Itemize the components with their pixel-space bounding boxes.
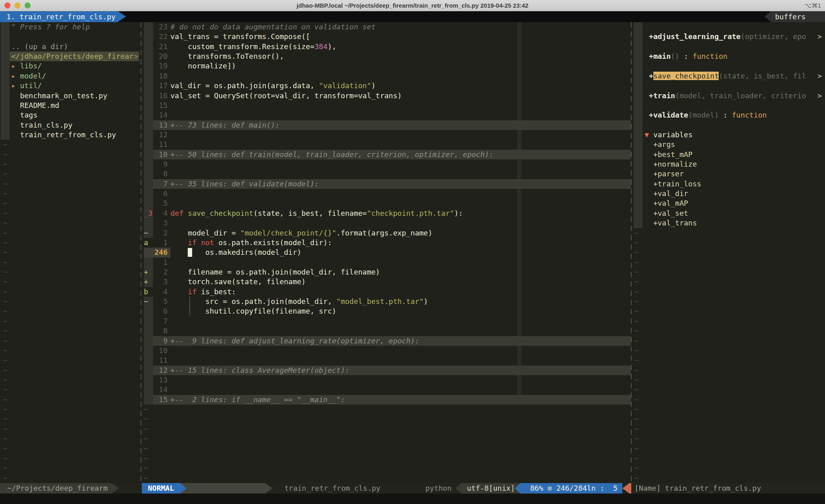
- tag-val-dir[interactable]: +val_dir: [632, 189, 825, 198]
- kind-variables[interactable]: ▼ variables: [632, 130, 825, 140]
- fold-line[interactable]: 10+-- 50 lines: def train(model, train_l…: [142, 150, 631, 159]
- empty-line: ~: [632, 385, 825, 395]
- tag-validate[interactable]: +validate(model) : function: [632, 110, 825, 120]
- tag-val-mAP[interactable]: +val_mAP: [632, 198, 825, 208]
- code-line[interactable]: 22val_trans = transforms.Compose([: [142, 32, 631, 41]
- code-line[interactable]: b4 if is_best:: [142, 287, 631, 297]
- code-line[interactable]: 14: [142, 110, 631, 120]
- line-number: 8: [153, 169, 168, 179]
- empty-line: ~: [632, 375, 825, 385]
- empty-line: ~: [0, 473, 141, 483]
- code-line[interactable]: 23# do not do data augmentation on valid…: [142, 22, 631, 32]
- code-line[interactable]: 7: [142, 316, 631, 326]
- line-number: 15: [153, 395, 168, 405]
- tag-adjust-learning-rate[interactable]: +adjust_learning_rate(optimizer, epo>: [632, 32, 825, 41]
- tab-train-retr-from-cls[interactable]: 1. train_retr_from_cls.py: [0, 11, 118, 22]
- code-line[interactable]: 14: [142, 385, 631, 395]
- tree-dir-model[interactable]: ▸ model/: [0, 71, 141, 81]
- empty-line: ~: [0, 228, 141, 238]
- code-line[interactable]: ~2 model_dir = "model/check_point/{}".fo…: [142, 228, 631, 238]
- tag-val-set[interactable]: +val_set: [632, 209, 825, 218]
- fold-line[interactable]: 7+-- 35 lines: def validate(model):: [142, 179, 631, 189]
- code-line[interactable]: 11: [142, 355, 631, 365]
- window-separator-left[interactable]: [141, 22, 141, 483]
- up-a-dir[interactable]: .. (up a dir): [0, 42, 141, 52]
- empty-line: ~: [632, 248, 825, 257]
- tree-file-readme[interactable]: README.md: [0, 101, 141, 110]
- empty-line: ~: [632, 297, 825, 306]
- code-line[interactable]: 8: [142, 326, 631, 336]
- empty-line: ~: [632, 238, 825, 248]
- nerdtree-pane[interactable]: " Press ? for help.. (up a dir)</jdhao/P…: [0, 22, 141, 483]
- fold-line[interactable]: 12+-- 15 lines: class AverageMeter(objec…: [142, 366, 631, 375]
- powerline-arrow-icon: [265, 483, 272, 494]
- tree-file-train-retr[interactable]: train_retr_from_cls.py: [0, 130, 141, 140]
- code-line[interactable]: 21 custom_transform.Resize(size=384),: [142, 42, 631, 52]
- vim-tabline: 1. train_retr_from_cls.py buffers: [0, 11, 825, 22]
- mode-indicator: NORMAL: [142, 483, 180, 494]
- code-line[interactable]: 8: [142, 169, 631, 179]
- empty-line: ~: [632, 228, 825, 238]
- code-line[interactable]: 6: [142, 189, 631, 198]
- line-number: 7: [153, 179, 168, 189]
- code-line[interactable]: 17val_dir = os.path.join(args.data, "val…: [142, 81, 631, 91]
- blank: [632, 22, 825, 32]
- tag-args[interactable]: +args: [632, 140, 825, 149]
- line-number: 1: [153, 258, 168, 267]
- code-line[interactable]: 1: [142, 258, 631, 267]
- code-line[interactable]: 12: [142, 130, 631, 140]
- vim-editing-area: " Press ? for help.. (up a dir)</jdhao/P…: [0, 22, 825, 504]
- tag-save-checkpoint[interactable]: +save_checkpoint(state, is_best, fil>: [632, 71, 825, 81]
- code-line[interactable]: 10: [142, 346, 631, 355]
- code-line[interactable]: 18: [142, 71, 631, 81]
- tag-parser[interactable]: +parser: [632, 169, 825, 179]
- code-line[interactable]: 9: [142, 159, 631, 169]
- tag-best-mAP[interactable]: +best_mAP: [632, 150, 825, 159]
- macos-titlebar: jdhao-MBP.local ~/Projects/deep_firearm/…: [0, 0, 825, 11]
- code-line[interactable]: a1 if not os.path.exists(model_dir):: [142, 238, 631, 248]
- code-line[interactable]: 6 shutil.copyfile(filename, src): [142, 306, 631, 316]
- empty-line: ~: [0, 277, 141, 287]
- empty-line: ~: [0, 375, 141, 385]
- empty-line: ~: [0, 346, 141, 355]
- statusline-encoding: utf-8[unix]: [461, 483, 520, 494]
- code-line[interactable]: 3: [142, 218, 631, 228]
- line-number: 3: [153, 218, 168, 228]
- code-line[interactable]: 16val_set = QuerySet(root=val_dir, trans…: [142, 91, 631, 101]
- tag-train[interactable]: +train(model, train_loader, criterio>: [632, 91, 825, 101]
- blank: [632, 42, 825, 52]
- code-line[interactable]: 15: [142, 101, 631, 110]
- tree-file-train-cls[interactable]: train_cls.py: [0, 120, 141, 130]
- tree-dir-libs[interactable]: ▸ libs/: [0, 61, 141, 71]
- code-line[interactable]: _34def save_checkpoint(state, is_best, f…: [142, 209, 631, 218]
- line-number: 9: [153, 159, 168, 169]
- tree-file-benchmark[interactable]: benchmark_on_test.py: [0, 91, 141, 101]
- code-line[interactable]: 20 transforms.ToTensor(),: [142, 52, 631, 61]
- tagbar-pane[interactable]: +adjust_learning_rate(optimizer, epo> +m…: [632, 22, 825, 483]
- code-line[interactable]: +3 torch.save(state, filename): [142, 277, 631, 287]
- tag-val-trans[interactable]: +val_trans: [632, 218, 825, 228]
- code-line[interactable]: 246 os.makedirs(model_dir): [142, 248, 631, 257]
- fold-line[interactable]: 13+-- 73 lines: def main():: [142, 120, 631, 130]
- buffers-label[interactable]: buffers: [771, 11, 825, 22]
- code-pane[interactable]: 23# do not do data augmentation on valid…: [142, 22, 631, 483]
- fold-line[interactable]: 9+-- 9 lines: def adjust_learning_rate(o…: [142, 336, 631, 346]
- code-line[interactable]: ~5 src = os.path.join(model_dir, "model_…: [142, 297, 631, 306]
- tree-root[interactable]: </jdhao/Projects/deep_firear>: [0, 52, 141, 61]
- code-line[interactable]: 19 normalize]): [142, 61, 631, 71]
- truncation-arrow-icon: >: [817, 32, 822, 41]
- line-number: 4: [153, 209, 168, 218]
- buffers-arrow-shape: [765, 11, 771, 22]
- code-line[interactable]: 11: [142, 140, 631, 149]
- tag-main[interactable]: +main() : function: [632, 52, 825, 61]
- window-title: jdhao-MBP.local ~/Projects/deep_firearm/…: [0, 0, 825, 11]
- tree-file-tags[interactable]: tags: [0, 110, 141, 120]
- tag-normalize[interactable]: +normalize: [632, 159, 825, 169]
- fold-line[interactable]: 15+-- 2 lines: if __name__ == "__main__"…: [142, 395, 631, 405]
- code-line[interactable]: 13: [142, 375, 631, 385]
- window-separator-right[interactable]: [631, 22, 632, 483]
- code-line[interactable]: 5: [142, 198, 631, 208]
- tag-train-loss[interactable]: +train_loss: [632, 179, 825, 189]
- code-line[interactable]: +2 filename = os.path.join(model_dir, fi…: [142, 267, 631, 277]
- tree-dir-util[interactable]: ▸ util/: [0, 81, 141, 91]
